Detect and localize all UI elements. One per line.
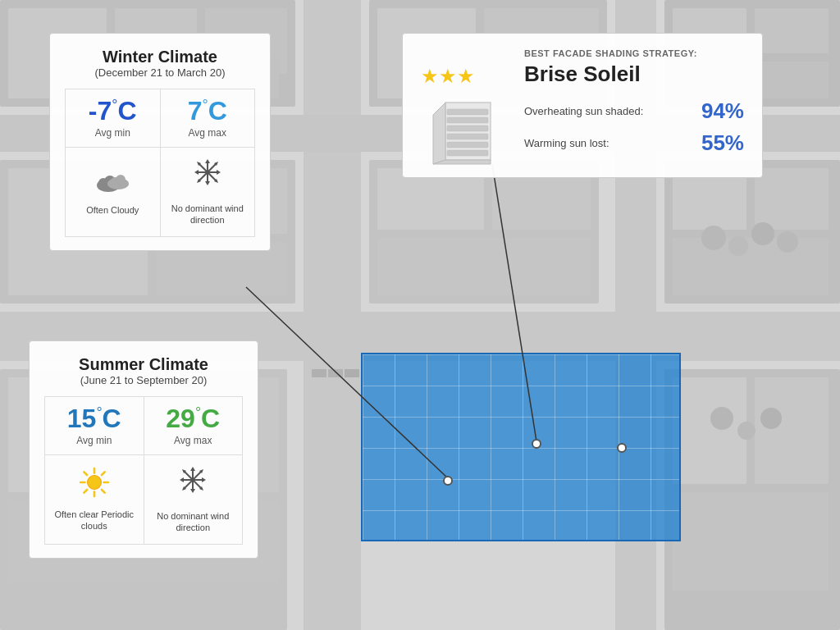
shading-card-label: Best facade shading strategy: [524,48,744,58]
summer-weather-cell: Often clear Periodic clouds [45,455,144,545]
svg-point-39 [701,226,726,250]
winter-climate-card: Winter Climate (December 21 to March 20)… [49,33,271,251]
summer-avg-max-label: Avg max [151,435,236,446]
summer-avg-min-value: 15°C [52,405,137,431]
summer-avg-min-cell: 15°C Avg min [45,397,144,455]
shading-stars: ★★★ [421,65,511,88]
svg-marker-82 [190,467,195,471]
warming-label: Warming sun lost: [524,137,609,149]
summer-climate-card: Summer Climate (June 21 to September 20)… [29,340,258,559]
svg-rect-48 [345,369,359,377]
summer-temp-grid: 15°C Avg min 29°C Avg max [44,396,243,545]
connector-dot-3 [617,443,627,453]
svg-marker-84 [180,477,184,482]
winter-avg-max-label: Avg max [167,127,249,139]
svg-point-69 [87,476,101,490]
svg-rect-94 [447,134,488,139]
svg-rect-91 [447,109,488,115]
svg-line-76 [102,472,105,475]
svg-marker-85 [202,477,206,482]
svg-rect-46 [312,369,326,377]
svg-point-43 [710,407,733,430]
shading-illustration: ★★★ [421,65,511,147]
summer-weather-icon [79,467,110,504]
svg-point-42 [777,231,798,253]
winter-temp-grid: -7°C Avg min 7°C Avg max [65,89,255,237]
svg-marker-61 [205,159,210,163]
summer-avg-max-cell: 29°C Avg max [144,397,244,455]
warming-value: 55% [691,130,744,156]
winter-weather-icon [95,167,130,199]
summer-wind-label: No dominant wind direction [151,510,236,534]
winter-wind-icon [193,158,222,198]
svg-marker-97 [433,103,445,164]
summer-card-title: Summer Climate [44,354,243,374]
warming-row: Warming sun lost: 55% [524,130,744,156]
winter-wind-label: No dominant wind direction [167,203,249,226]
connector-dot-2 [532,439,541,449]
connector-dot-1 [443,476,453,486]
svg-line-74 [84,472,87,475]
summer-wind-icon [178,465,208,505]
winter-weather-label: Often Cloudy [86,204,139,216]
overheat-label: Overheating sun shaded: [524,105,643,117]
summer-wind-cell: No dominant wind direction [144,455,244,545]
winter-avg-min-cell: -7°C Avg min [66,89,161,148]
svg-rect-96 [447,150,488,156]
winter-card-subtitle: (December 21 to March 20) [65,66,255,79]
winter-avg-max-value: 7°C [167,98,249,124]
svg-rect-92 [447,117,488,123]
svg-line-75 [102,490,105,493]
svg-rect-47 [328,369,343,377]
winter-card-title: Winter Climate [65,47,255,66]
svg-point-56 [116,175,126,185]
winter-weather-cell: Often Cloudy [66,148,161,237]
svg-marker-63 [194,170,199,175]
shading-card-title: Brise Soleil [524,62,744,87]
svg-marker-62 [205,181,210,185]
winter-avg-max-cell: 7°C Avg max [161,89,256,148]
svg-marker-64 [217,170,221,175]
overheat-row: Overheating sun shaded: 94% [524,98,744,124]
summer-weather-label: Often clear Periodic clouds [52,509,137,532]
svg-line-77 [84,490,87,493]
winter-avg-min-label: Avg min [72,127,153,139]
svg-marker-83 [190,489,195,493]
summer-card-subtitle: (June 21 to September 20) [44,374,243,386]
svg-rect-95 [447,142,488,148]
svg-point-40 [728,236,748,256]
svg-rect-93 [447,126,488,131]
shading-info-panel: Best facade shading strategy: Brise Sole… [524,48,744,162]
svg-point-41 [751,222,774,245]
highlighted-area [361,353,681,541]
summer-avg-max-value: 29°C [151,405,236,431]
overheat-value: 94% [691,98,744,124]
winter-avg-min-value: -7°C [72,98,153,124]
shading-strategy-card: ★★★ Best facade shading strategy: Brise … [402,33,763,178]
svg-point-44 [737,422,756,440]
svg-point-45 [760,408,782,429]
winter-wind-cell: No dominant wind direction [161,148,256,237]
summer-avg-min-label: Avg min [52,435,137,446]
